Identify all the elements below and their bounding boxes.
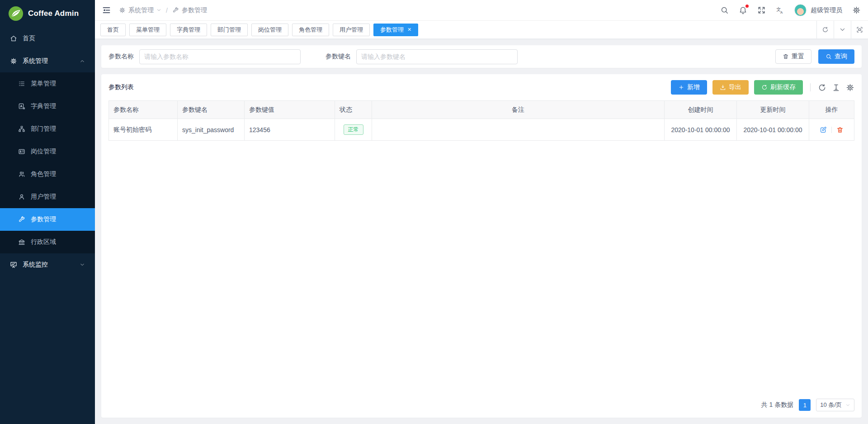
export-icon: [720, 84, 726, 91]
tab-refresh-button[interactable]: [816, 21, 834, 38]
plus-icon: [678, 84, 684, 91]
page-number-button[interactable]: 1: [799, 399, 811, 411]
leaf-logo-icon: [8, 6, 24, 21]
pagination-total: 共 1 条数据: [761, 401, 794, 409]
breadcrumb-parent[interactable]: 系统管理: [119, 6, 161, 14]
sidebar-item-label: 首页: [23, 34, 35, 43]
sidebar-item-region[interactable]: 行政区域: [0, 231, 95, 253]
chevron-up-icon: [80, 58, 85, 64]
top-header: 系统管理 / 参数管理 超级管理员: [95, 0, 868, 21]
sidebar-item-system[interactable]: 系统管理: [0, 50, 95, 72]
param-key-input[interactable]: [356, 49, 518, 64]
sidebar-item-monitor[interactable]: 系统监控: [0, 253, 95, 276]
tab-options-button[interactable]: [834, 21, 851, 38]
roles-icon: [18, 171, 25, 178]
org-tree-icon: [18, 125, 25, 133]
sidebar-item-label: 字典管理: [31, 102, 56, 110]
page-content: 参数名称 参数键名 重置 查询 参数列表: [95, 39, 868, 424]
user-menu[interactable]: 超级管理员: [794, 4, 842, 16]
cell-remark: [372, 119, 665, 141]
sidebar-item-label: 部门管理: [31, 125, 56, 133]
col-param-key: 参数键名: [178, 101, 245, 119]
cell-param-key: sys_init_password: [178, 119, 245, 141]
cell-status: 正常: [335, 119, 372, 141]
tab-user-mgmt[interactable]: 用户管理: [333, 24, 370, 36]
edit-icon[interactable]: [820, 126, 827, 133]
param-table: 参数名称 参数键名 参数键值 状态 备注 创建时间 更新时间 操作 账号初始密码: [108, 100, 854, 141]
tab-dept-mgmt[interactable]: 部门管理: [211, 24, 248, 36]
font-size-icon[interactable]: [832, 83, 840, 92]
notification-bell[interactable]: [739, 6, 747, 14]
tab-label: 参数管理: [380, 26, 404, 34]
table-row: 账号初始密码 sys_init_password 123456 正常 2020-…: [109, 119, 854, 141]
breadcrumb-current-label: 参数管理: [182, 6, 207, 14]
reset-button[interactable]: 重置: [775, 49, 811, 64]
divider: [831, 127, 832, 133]
refresh-cache-button[interactable]: 刷新缓存: [754, 80, 803, 95]
list-title: 参数列表: [108, 83, 134, 91]
sidebar-item-home[interactable]: 首页: [0, 27, 95, 50]
col-status: 状态: [335, 101, 372, 119]
menu-fold-icon[interactable]: [102, 6, 111, 14]
tab-maximize-button[interactable]: [851, 21, 868, 38]
sidebar-item-label: 岗位管理: [31, 148, 56, 156]
param-name-label: 参数名称: [108, 52, 134, 61]
tab-menu-mgmt[interactable]: 菜单管理: [129, 24, 166, 36]
page-size-select[interactable]: 10 条/页: [816, 399, 854, 411]
chevron-down-icon: [845, 403, 850, 408]
maximize-icon: [856, 26, 863, 33]
table-refresh-icon[interactable]: [818, 83, 826, 92]
bank-icon: [18, 238, 25, 246]
trash-icon: [783, 53, 789, 60]
query-label: 查询: [835, 52, 847, 61]
col-actions: 操作: [809, 101, 854, 119]
avatar: [794, 4, 807, 16]
settings-gear-icon[interactable]: [852, 6, 861, 14]
reset-label: 重置: [792, 52, 804, 61]
sidebar-item-param-mgmt[interactable]: 参数管理: [0, 208, 95, 231]
table-settings-gear-icon[interactable]: [846, 83, 854, 92]
delete-icon[interactable]: [836, 126, 844, 133]
system-submenu: 菜单管理 字典管理 部门管理 岗位管理 角色管理 用户管理: [0, 72, 95, 253]
sidebar-item-post-mgmt[interactable]: 岗位管理: [0, 140, 95, 163]
cell-param-name: 账号初始密码: [109, 119, 178, 141]
add-label: 新增: [687, 83, 700, 91]
col-remark: 备注: [372, 101, 665, 119]
cell-actions: [809, 119, 854, 141]
param-list-card: 参数列表 新增 导出 刷新缓存: [101, 74, 862, 418]
refresh-icon: [761, 84, 768, 91]
notification-dot: [745, 5, 749, 8]
export-label: 导出: [729, 83, 741, 91]
tab-param-mgmt[interactable]: 参数管理 ✕: [373, 24, 418, 36]
table-header-row: 参数名称 参数键名 参数键值 状态 备注 创建时间 更新时间 操作: [109, 101, 854, 119]
col-param-name: 参数名称: [109, 101, 178, 119]
tab-dict-mgmt[interactable]: 字典管理: [170, 24, 207, 36]
export-button[interactable]: 导出: [712, 80, 749, 95]
pagination: 共 1 条数据 1 10 条/页: [101, 392, 862, 418]
sidebar-item-dict-mgmt[interactable]: 字典管理: [0, 95, 95, 118]
search-icon[interactable]: [720, 6, 729, 14]
sidebar-menu: 首页 系统管理 菜单管理 字典管理 部门管理 岗位管理: [0, 27, 95, 424]
sidebar: Coffee Admin 首页 系统管理 菜单管理 字典管理 部门管理: [0, 0, 95, 424]
home-icon: [10, 35, 17, 42]
col-updated: 更新时间: [737, 101, 809, 119]
query-button[interactable]: 查询: [818, 49, 854, 64]
sidebar-item-role-mgmt[interactable]: 角色管理: [0, 163, 95, 186]
param-name-input[interactable]: [139, 49, 301, 64]
tab-role-mgmt[interactable]: 角色管理: [292, 24, 329, 36]
tab-post-mgmt[interactable]: 岗位管理: [251, 24, 288, 36]
sidebar-item-dept-mgmt[interactable]: 部门管理: [0, 118, 95, 140]
id-card-icon: [18, 148, 25, 155]
close-icon[interactable]: ✕: [407, 27, 411, 33]
translate-icon[interactable]: [776, 6, 784, 14]
sidebar-item-menu-mgmt[interactable]: 菜单管理: [0, 72, 95, 95]
gear-icon: [10, 57, 17, 65]
tab-home[interactable]: 首页: [100, 24, 126, 36]
app-logo[interactable]: Coffee Admin: [0, 0, 95, 27]
add-button[interactable]: 新增: [671, 80, 707, 95]
fullscreen-icon[interactable]: [757, 6, 766, 14]
sidebar-item-label: 系统监控: [23, 261, 48, 269]
breadcrumb: 系统管理 / 参数管理: [119, 6, 207, 14]
sidebar-item-user-mgmt[interactable]: 用户管理: [0, 186, 95, 208]
search-icon: [826, 53, 832, 60]
